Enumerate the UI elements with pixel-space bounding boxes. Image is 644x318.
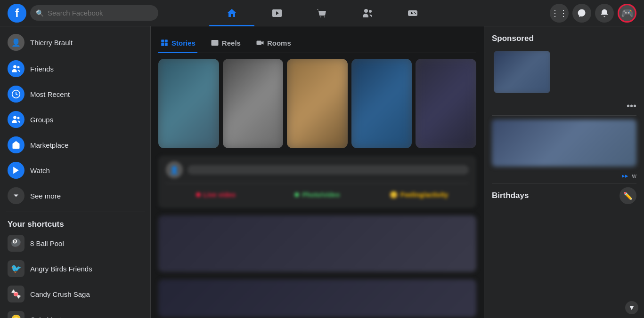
story-card-2[interactable] [223,59,284,148]
sidebar-item-8ball[interactable]: 🎱 8 Ball Pool [2,231,148,255]
svg-marker-24 [261,41,264,45]
sidebar-divider [6,212,145,212]
sidebar-item-most-recent[interactable]: Most Recent [2,82,148,106]
sidebar-see-more-label: See more [30,192,61,200]
live-dot [196,192,201,197]
tab-stories-label: Stories [171,39,196,47]
search-bar[interactable]: 🔍 [30,5,158,21]
story-card-4[interactable] [351,59,412,148]
sidebar-coin-master-label: Coin Master [30,316,68,318]
composer-live-action[interactable]: Live video [166,187,266,202]
sidebar-user-name: Thierry Brault [30,39,73,47]
sidebar-item-angry-birds[interactable]: 🐦 Angry Birds Friends [2,256,148,281]
right-sidebar: Sponsored ••• ▸▸ w Birthdays ✏️ ▼ [484,26,644,318]
8ball-icon: 🎱 [8,235,24,252]
birthdays-title: Birthdays [492,191,529,200]
more-options-button[interactable]: w [632,172,636,179]
composer-avatar: 👤 [166,161,183,178]
nav-groups-button[interactable] [345,2,390,24]
sidebar-friends-label: Friends [30,65,54,73]
nav-watch-button[interactable] [254,2,300,24]
tab-reels[interactable]: Reels [209,34,243,53]
svg-rect-23 [256,41,261,45]
svg-point-12 [17,66,20,68]
tab-rooms-label: Rooms [267,39,291,47]
feeling-label: Feeling/activity [400,191,448,199]
groups-icon [8,111,24,128]
nav-home-button[interactable] [209,2,254,24]
birthdays-section: Birthdays ✏️ [492,187,636,204]
menu-button[interactable]: ⋮⋮ [550,4,569,23]
sponsored-more-dots[interactable]: ••• [492,101,636,111]
sidebar-user[interactable]: 👤 Thierry Brault [2,30,148,55]
svg-point-5 [369,10,372,13]
composer-actions: Live video Photo/video 😊 Feeling/activit… [166,187,469,202]
svg-rect-17 [161,40,164,42]
marketplace-icon [8,136,24,153]
sidebar-item-candy-crush[interactable]: 🍬 Candy Crush Saga [2,282,148,306]
right-divider-1 [492,115,636,116]
story-card-5[interactable] [416,59,476,148]
notifications-button[interactable] [595,4,614,23]
profile-avatar-button[interactable]: 🎮 [618,4,636,23]
tab-rooms[interactable]: Rooms [254,34,293,53]
tab-reels-label: Reels [222,39,241,47]
search-icon: 🔍 [36,9,44,17]
sidebar-item-watch[interactable]: Watch [2,158,148,183]
right-divider-2 [492,183,636,183]
sponsored-blurred-content [492,119,636,167]
messenger-button[interactable] [572,4,591,23]
most-recent-icon [8,86,24,103]
scroll-down-button[interactable]: ▼ [625,301,638,314]
post-card-1 [158,215,476,272]
svg-rect-18 [165,40,168,42]
svg-point-4 [364,9,368,13]
composer-photo-action[interactable]: Photo/video [268,187,367,202]
sidebar: 👤 Thierry Brault Friends Most Recent Gro… [0,26,151,318]
story-card-3[interactable] [287,59,348,148]
birthdays-header: Birthdays ✏️ [492,187,636,204]
facebook-logo[interactable]: f [8,4,26,23]
scroll-down-area: ▼ [625,301,638,314]
composer-divider [166,183,469,183]
sidebar-marketplace-label: Marketplace [30,141,69,149]
post-composer: 👤 Live video Photo/video 😊 Feeling/activ… [158,156,476,208]
sidebar-item-groups[interactable]: Groups [2,107,148,132]
sidebar-item-coin-master[interactable]: 🪙 Coin Master [2,307,148,318]
sidebar-watch-label: Watch [30,167,50,175]
sponsored-card-1[interactable] [492,49,636,95]
sidebar-most-recent-label: Most Recent [30,90,70,98]
sidebar-item-see-more[interactable]: See more [2,183,148,208]
sidebar-user-avatar: 👤 [8,34,24,51]
photo-dot [294,192,299,197]
sidebar-angry-birds-label: Angry Birds Friends [30,265,92,273]
composer-input [187,165,469,175]
sidebar-candy-crush-label: Candy Crush Saga [30,290,90,298]
main-feed: Stories Reels Rooms [151,26,484,318]
sponsored-actions-row: ▸▸ w [492,172,636,179]
tab-stories[interactable]: Stories [158,34,197,53]
sidebar-item-marketplace[interactable]: Marketplace [2,133,148,157]
nav-marketplace-button[interactable] [300,2,345,24]
svg-point-3 [324,16,325,17]
nav-gaming-button[interactable] [390,2,435,24]
sidebar-item-friends[interactable]: Friends [2,56,148,81]
angry-birds-icon: 🐦 [8,260,24,277]
svg-point-2 [320,16,321,17]
birthdays-edit-button[interactable]: ✏️ [620,187,636,204]
candy-crush-icon: 🍬 [8,286,24,302]
svg-rect-20 [165,43,168,46]
svg-point-22 [214,42,216,44]
composer-feeling-action[interactable]: 😊 Feeling/activity [369,187,469,202]
svg-point-15 [17,117,20,119]
search-input[interactable] [48,9,153,17]
story-card-1[interactable] [158,59,219,148]
sponsored-title: Sponsored [492,34,636,43]
see-all-button[interactable]: ▸▸ [622,172,628,179]
svg-rect-19 [161,43,164,46]
stories-tabs: Stories Reels Rooms [158,34,476,53]
sponsored-image-1 [494,51,550,93]
feeling-dot: 😊 [390,191,398,199]
topnav: f 🔍 ⋮⋮ 🎮 [0,0,644,26]
shortcuts-title: Your shortcuts [0,216,150,231]
